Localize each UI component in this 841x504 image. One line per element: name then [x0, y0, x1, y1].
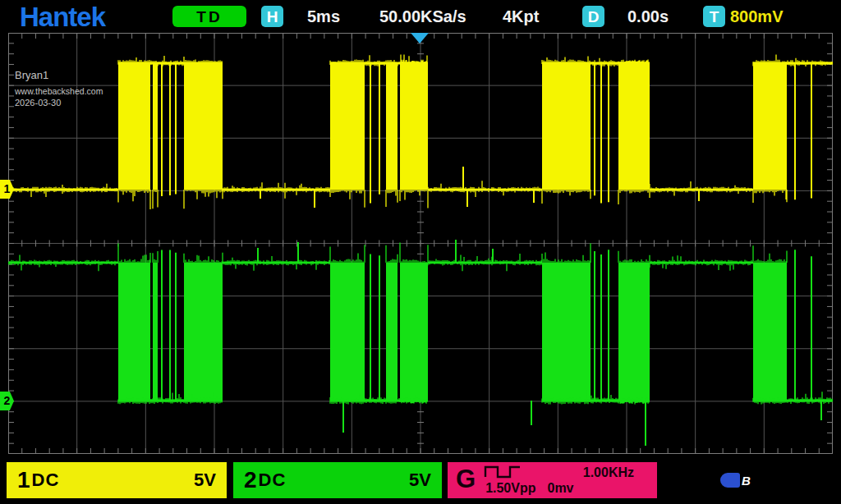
- generator-label: G: [456, 465, 476, 494]
- generator-readout: 1.00KHz 1.50Vpp 0mv: [484, 465, 649, 496]
- ch1-trace-pulses: [162, 63, 811, 208]
- overlay-website: www.thebackshed.com: [15, 86, 103, 96]
- memory-depth-value: 4Kpt: [503, 7, 539, 26]
- ch2-number: 2: [244, 467, 257, 493]
- ch2-coupling: DC: [259, 470, 287, 491]
- trigger-position-marker-icon[interactable]: [411, 33, 429, 44]
- top-status-bar: Hantek TD H 5ms 50.00KSa/s 4Kpt D 0.00s …: [0, 0, 841, 33]
- ch1-settings-box[interactable]: 1 DC 5V: [7, 462, 227, 498]
- ch1-coupling: DC: [32, 470, 60, 491]
- trigger-menu-icon[interactable]: T: [703, 6, 725, 27]
- generator-offset: 0mv: [547, 480, 573, 496]
- ch1-number: 1: [17, 467, 30, 493]
- usb-device-letter: B: [742, 474, 751, 488]
- ch2-settings-box[interactable]: 2 DC 5V: [233, 462, 442, 498]
- generator-frequency: 1.00KHz: [583, 465, 634, 480]
- ch2-trace-fill: [8, 262, 833, 402]
- square-wave-icon: [484, 465, 522, 479]
- hantek-logo: Hantek: [20, 2, 105, 33]
- waveform-display-area: Bryan1 www.thebackshed.com 2026-03-30: [8, 33, 833, 454]
- delay-menu-icon[interactable]: D: [582, 6, 604, 27]
- ch1-trace-fill: [8, 62, 833, 191]
- timebase-value: 5ms: [307, 7, 340, 26]
- usb-device-indicator: B: [720, 473, 751, 488]
- ch1-volts-per-div: 5V: [194, 470, 216, 491]
- horizontal-offset-value: 0.00s: [627, 7, 669, 26]
- trigger-level-value: 800mV: [730, 7, 784, 26]
- overlay-username: Bryan1: [15, 69, 103, 81]
- ch2-trace-pulses: [162, 240, 821, 446]
- scope-graticule: [8, 33, 833, 454]
- generator-amplitude: 1.50Vpp: [485, 480, 535, 496]
- overlay-date: 2026-03-30: [15, 98, 103, 108]
- user-info-overlay: Bryan1 www.thebackshed.com 2026-03-30: [15, 69, 103, 108]
- sample-rate-value: 50.00KSa/s: [379, 7, 466, 26]
- trigger-status-badge: TD: [172, 6, 246, 27]
- oscilloscope-screen: { "header": { "logo": "Hantek", "trigger…: [0, 0, 841, 504]
- ch2-volts-per-div: 5V: [409, 470, 431, 491]
- horizontal-menu-icon[interactable]: H: [261, 6, 283, 27]
- generator-settings-box[interactable]: G 1.00KHz 1.50Vpp 0mv: [448, 462, 657, 498]
- usb-drive-icon: [720, 473, 740, 488]
